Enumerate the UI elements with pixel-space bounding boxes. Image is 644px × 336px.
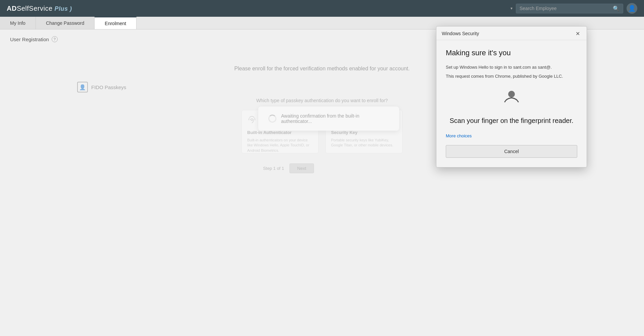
fido-icon: 👤 — [77, 82, 88, 92]
tab-change-password[interactable]: Change Password — [36, 17, 95, 29]
win-dialog-body: Making sure it's you Set up Windows Hell… — [436, 40, 587, 167]
app-header: ADSelfService Plus ) ▾ 🔍 👤 — [0, 0, 644, 17]
security-key-title: Security Key — [331, 130, 358, 135]
awaiting-text: Awaiting confirmation from the built-in … — [281, 113, 389, 124]
fido-header: 👤 FIDO Passkeys — [77, 82, 126, 92]
logo-text: ADSelfService Plus ) — [7, 5, 72, 12]
win-dialog-titlebar: Windows Security ✕ — [436, 26, 587, 40]
app-logo: ADSelfService Plus ) — [7, 5, 72, 12]
windows-security-dialog: Windows Security ✕ Making sure it's you … — [436, 26, 587, 167]
svg-point-0 — [252, 120, 252, 121]
security-key-desc: Portable security keys like YubiKey, Goo… — [331, 138, 397, 148]
step-indicator: Step 1 of 1 — [263, 166, 284, 171]
next-button[interactable]: Next — [289, 163, 314, 173]
enrolment-prompt: Please enroll for the forced verificatio… — [234, 66, 410, 72]
awaiting-overlay: Awaiting confirmation from the built-in … — [258, 107, 399, 131]
info-icon-symbol: ? — [54, 37, 56, 41]
search-employee-input[interactable] — [520, 6, 610, 11]
logo-plus: Plus ) — [55, 5, 72, 12]
win-heading: Making sure it's you — [446, 48, 577, 58]
more-choices-link[interactable]: More choices — [446, 133, 577, 138]
built-in-desc: Built-in authenticators on your device l… — [247, 138, 313, 153]
svg-point-1 — [508, 91, 515, 97]
win-scan-text: Scan your finger on the fingerprint read… — [449, 116, 573, 125]
auth-options-row: Built-in Authenticator Built-in authenti… — [241, 110, 402, 153]
fido-icon-symbol: 👤 — [79, 84, 86, 90]
win-dialog-title: Windows Security — [442, 31, 479, 36]
fingerprint-icon — [247, 116, 257, 127]
win-cancel-button[interactable]: Cancel — [446, 145, 577, 158]
user-registration-info-icon[interactable]: ? — [52, 36, 58, 42]
step-footer: Step 1 of 1 Next — [263, 163, 381, 173]
win-sub-text-2: This request comes from Chrome, publishe… — [446, 73, 577, 80]
win-fingerprint-area: Scan your finger on the fingerprint read… — [446, 89, 577, 125]
fingerprint-scan-icon — [501, 89, 522, 109]
tab-my-info[interactable]: My Info — [0, 17, 36, 29]
built-in-title: Built-in Authenticator — [247, 130, 291, 135]
fido-title: FIDO Passkeys — [91, 84, 126, 90]
user-avatar-icon: 👤 — [628, 5, 636, 12]
dropdown-arrow-icon[interactable]: ▾ — [511, 6, 513, 11]
passkey-question: Which type of passkey authentication do … — [256, 98, 388, 103]
page-title: User Registration — [10, 37, 49, 42]
search-wrapper: 🔍 — [516, 4, 623, 13]
win-sub-text-1: Set up Windows Hello to sign in to sant.… — [446, 64, 577, 71]
loading-spinner — [268, 115, 276, 123]
header-right: ▾ 🔍 👤 — [511, 3, 637, 14]
user-avatar[interactable]: 👤 — [627, 3, 637, 14]
tab-enrolment[interactable]: Enrolment — [95, 17, 137, 29]
win-close-button[interactable]: ✕ — [574, 30, 581, 37]
search-icon-button[interactable]: 🔍 — [613, 5, 620, 12]
